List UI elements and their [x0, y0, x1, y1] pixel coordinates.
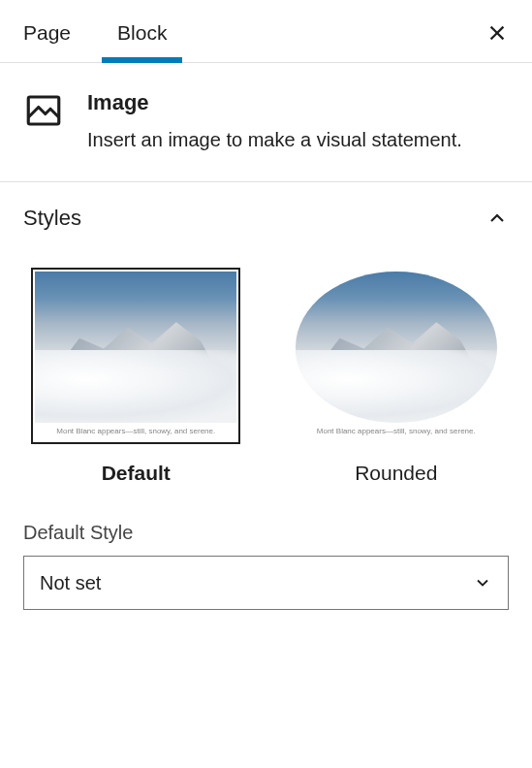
tab-page[interactable]: Page — [0, 0, 94, 62]
style-preview-caption: Mont Blanc appears—still, snowy, and ser… — [317, 427, 476, 435]
default-style-label: Default Style — [23, 522, 509, 544]
block-info: Image Insert an image to make a visual s… — [0, 63, 532, 182]
style-label-default: Default — [102, 462, 171, 485]
style-option-rounded[interactable]: Mont Blanc appears—still, snowy, and ser… — [284, 268, 510, 485]
style-preview-default: Mont Blanc appears—still, snowy, and ser… — [31, 268, 240, 444]
settings-tabs: Page Block — [0, 0, 532, 63]
style-option-default[interactable]: Mont Blanc appears—still, snowy, and ser… — [23, 268, 249, 485]
tab-block[interactable]: Block — [94, 0, 190, 62]
styles-options: Mont Blanc appears—still, snowy, and ser… — [23, 268, 509, 485]
close-icon — [486, 22, 508, 44]
style-preview-image — [296, 272, 497, 423]
styles-panel-title: Styles — [23, 206, 81, 231]
style-preview-rounded: Mont Blanc appears—still, snowy, and ser… — [292, 268, 501, 444]
block-title: Image — [87, 90, 509, 115]
default-style-value: Not set — [40, 572, 101, 594]
default-style-select[interactable]: Not set — [23, 556, 509, 610]
chevron-down-icon — [473, 573, 492, 592]
chevron-up-icon — [485, 207, 509, 230]
styles-panel-toggle[interactable]: Styles — [23, 206, 509, 231]
close-button[interactable] — [482, 17, 513, 48]
style-preview-caption: Mont Blanc appears—still, snowy, and ser… — [56, 427, 215, 435]
image-block-icon — [23, 90, 64, 131]
block-description: Insert an image to make a visual stateme… — [87, 125, 509, 154]
styles-panel: Styles Mont Blanc appears—still, snowy, … — [0, 182, 532, 633]
style-label-rounded: Rounded — [355, 462, 437, 485]
style-preview-image — [35, 272, 236, 423]
block-info-text: Image Insert an image to make a visual s… — [87, 90, 509, 154]
